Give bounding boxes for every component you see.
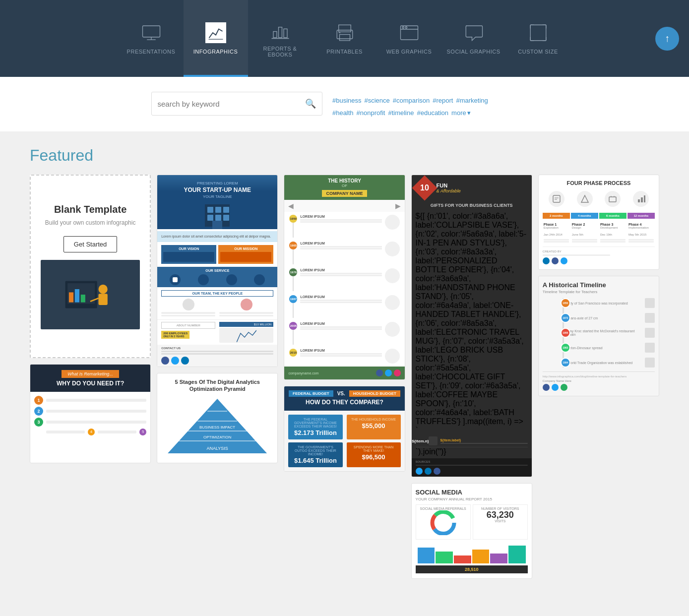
svg-rect-8 — [338, 25, 351, 32]
chart-icon — [204, 21, 228, 45]
svg-rect-60 — [641, 197, 643, 202]
svg-text:OPTIMIZATION: OPTIMIZATION — [203, 435, 232, 439]
search-section: 🔍 #business #science #comparison #report… — [0, 77, 689, 131]
nav-printables[interactable]: PRINTABLES — [313, 0, 377, 77]
four-phase-card[interactable]: FOUR PHASE PROCESS — [538, 175, 659, 270]
svg-rect-56 — [609, 197, 616, 202]
svg-rect-6 — [284, 29, 287, 38]
column-2: PRESENTING LOREM YOUR START-UP NAME YOUR… — [157, 175, 278, 463]
svg-rect-28 — [75, 289, 79, 303]
tag-timeline[interactable]: #timeline — [388, 109, 414, 117]
featured-title: Featured — [30, 146, 659, 165]
tag-business[interactable]: #business — [332, 97, 362, 104]
historical-timeline-card[interactable]: A Historical Timeline Timeline Template … — [538, 276, 659, 396]
svg-rect-52 — [553, 195, 560, 202]
speech-bubble-icon — [462, 21, 486, 45]
svg-rect-37 — [207, 215, 213, 221]
svg-rect-61 — [644, 195, 645, 202]
svg-rect-4 — [273, 31, 277, 37]
svg-rect-5 — [278, 27, 282, 37]
svg-rect-38 — [215, 215, 221, 221]
scroll-up-button[interactable]: ↑ — [655, 27, 679, 51]
svg-point-30 — [99, 284, 108, 293]
nav-reports[interactable]: REPORTS & EBOOKS — [248, 0, 313, 77]
tag-health[interactable]: #health — [332, 109, 354, 117]
nav-custom-size[interactable]: CUSTOM SIZE — [506, 0, 570, 77]
svg-point-15 — [405, 26, 407, 28]
tag-report[interactable]: #report — [433, 97, 453, 104]
bar-chart-icon — [268, 18, 292, 42]
tags-area-2: #health #nonprofit #timeline #education … — [332, 109, 538, 117]
blank-template-card[interactable]: Blank Template Build your own custom inf… — [30, 175, 151, 358]
svg-rect-34 — [207, 207, 213, 213]
main-content: Featured Blank Template Build your own c… — [0, 131, 689, 594]
svg-rect-0 — [142, 26, 160, 37]
printer-icon — [333, 21, 357, 45]
svg-marker-55 — [581, 195, 588, 202]
svg-rect-31 — [99, 294, 108, 305]
svg-text:ANALYSIS: ANALYSIS — [207, 446, 228, 451]
svg-text:BUSINESS IMPACT: BUSINESS IMPACT — [199, 425, 235, 430]
column-3: THE HISTORY OF COMPANY NAME ◀ ▶ 1950 — [284, 175, 405, 472]
tag-education[interactable]: #education — [417, 109, 448, 117]
startup-card[interactable]: PRESENTING LOREM YOUR START-UP NAME YOUR… — [157, 175, 278, 367]
tags-area: #business #science #comparison #report #… — [332, 97, 538, 104]
svg-rect-16 — [530, 25, 546, 41]
svg-rect-36 — [223, 207, 229, 213]
remarketing-card[interactable]: What Is Remarketing... WHY DO YOU NEED I… — [30, 364, 151, 463]
svg-point-14 — [402, 26, 404, 28]
column-5: FOUR PHASE PROCESS — [538, 175, 659, 396]
svg-rect-29 — [81, 295, 85, 303]
search-icon[interactable]: 🔍 — [305, 98, 316, 109]
analytics-card[interactable]: 5 Stages Of The Digital Analytics Optimi… — [157, 373, 278, 464]
svg-rect-59 — [638, 199, 640, 202]
social-media-card[interactable]: SOCIAL MEDIA YOUR COMPANY ANNUAL REPORT … — [411, 483, 532, 579]
tag-marketing[interactable]: #marketing — [456, 97, 488, 104]
browser-icon — [397, 21, 421, 45]
svg-rect-27 — [69, 292, 73, 302]
svg-rect-39 — [223, 215, 229, 221]
tag-science[interactable]: #science — [365, 97, 390, 104]
more-tags-button[interactable]: more ▾ — [451, 109, 471, 117]
search-container: 🔍 #business #science #comparison #report… — [122, 92, 568, 117]
template-grid: Blank Template Build your own custom inf… — [30, 175, 659, 579]
column-1: Blank Template Build your own custom inf… — [30, 175, 151, 463]
nav-infographics[interactable]: INFOGRAPHICS — [184, 0, 248, 77]
svg-rect-35 — [215, 207, 221, 213]
get-started-button[interactable]: Get Started — [63, 236, 117, 252]
nav-social-graphics[interactable]: SOCIAL GRAPHICS — [441, 0, 506, 77]
search-input[interactable] — [158, 100, 305, 108]
resize-icon — [526, 21, 550, 45]
search-box[interactable]: 🔍 — [151, 92, 322, 116]
nav-items: PRESENTATIONS INFOGRAPHICS REPORTS & EBO… — [119, 0, 570, 77]
svg-rect-10 — [339, 34, 350, 40]
history-card[interactable]: THE HISTORY OF COMPANY NAME ◀ ▶ 1950 — [284, 175, 405, 380]
navigation: PRESENTATIONS INFOGRAPHICS REPORTS & EBO… — [0, 0, 689, 77]
svg-rect-3 — [208, 39, 223, 40]
nav-presentations[interactable]: PRESENTATIONS — [119, 0, 184, 77]
svg-rect-12 — [400, 26, 418, 40]
monitor-icon — [139, 21, 163, 45]
nav-web-graphics[interactable]: WEB GRAPHICS — [377, 0, 441, 77]
blank-template-icon — [41, 260, 140, 329]
column-4: 10 FUN & Affordable GIFTS FOR YOUR BUSIN… — [411, 175, 532, 579]
svg-rect-40 — [212, 221, 222, 229]
budget-card[interactable]: FEDERAL BUDGET VS. HOUSEHOLD BUDGET HOW … — [284, 386, 405, 472]
gifts-card[interactable]: 10 FUN & Affordable GIFTS FOR YOUR BUSIN… — [411, 175, 532, 477]
tag-comparison[interactable]: #comparison — [393, 97, 430, 104]
tag-nonprofit[interactable]: #nonprofit — [357, 109, 385, 117]
blank-template-subtitle: Build your own custom infographic — [45, 219, 136, 226]
blank-template-title: Blank Template — [54, 204, 126, 215]
